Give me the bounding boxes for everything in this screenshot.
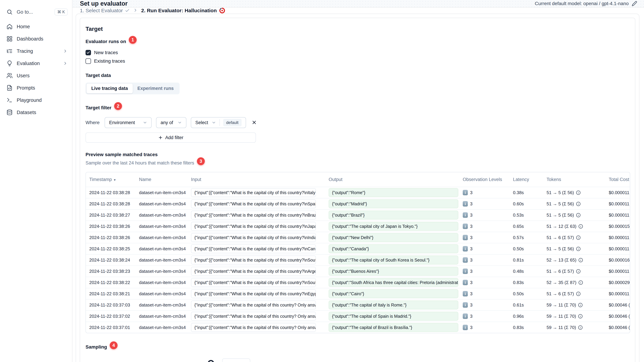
output-json-box[interactable]: {"output":"Buenos Aires"} bbox=[329, 267, 458, 276]
column-header-input[interactable]: Input bbox=[188, 177, 323, 182]
table-row[interactable]: 2024-11-22 03:38:28 dataset-run-item-cm3… bbox=[86, 198, 630, 209]
cell-input: {"input":[{"content":"What is the capita… bbox=[188, 267, 323, 276]
tab-experiment-runs[interactable]: Experiment runs bbox=[133, 84, 178, 93]
sidebar-item-dashboards[interactable]: Dashboards bbox=[6, 33, 68, 45]
sidebar-item-label: Evaluation bbox=[17, 61, 59, 66]
input-json-box[interactable]: {"input":[{"content":"What is the capita… bbox=[191, 301, 316, 309]
output-json-box[interactable]: {"output":"The capital of Brazil is Bras… bbox=[329, 323, 458, 332]
info-icon[interactable] bbox=[576, 235, 580, 240]
remove-filter-button[interactable] bbox=[250, 119, 258, 127]
output-json-box[interactable]: {"output":"South Africa has three capita… bbox=[329, 278, 458, 287]
sidebar-item-users[interactable]: Users bbox=[6, 69, 68, 82]
input-json-box[interactable]: {"input":[{"content":"What is the capita… bbox=[191, 188, 316, 197]
table-row[interactable]: 2024-11-22 03:37:02 dataset-run-item-cm3… bbox=[86, 310, 630, 322]
info-icon[interactable] bbox=[578, 314, 583, 319]
column-header-latency[interactable]: Latency bbox=[510, 177, 543, 182]
output-json-box[interactable]: {"output":"The capital city of South Kor… bbox=[329, 256, 458, 264]
output-json-box[interactable]: {"output":"The capital of Italy is Rome.… bbox=[329, 301, 458, 309]
table-row[interactable]: 2024-11-22 03:38:26 dataset-run-item-cm3… bbox=[86, 232, 630, 243]
table-row[interactable]: 2024-11-22 03:38:21 dataset-run-item-cm3… bbox=[86, 288, 630, 299]
filter-operator-select[interactable]: any of bbox=[156, 117, 186, 128]
tab-live-tracing-data[interactable]: Live tracing data bbox=[86, 84, 133, 93]
cell-tokens: 51 → 5 (Σ 56) bbox=[543, 246, 605, 252]
input-json-box[interactable]: {"input":[{"content":"What is the capita… bbox=[191, 256, 316, 264]
table-row[interactable]: 2024-11-22 03:38:25 dataset-run-item-cm3… bbox=[86, 243, 630, 254]
table-row[interactable]: 2024-11-22 03:37:03 dataset-run-item-cm3… bbox=[86, 299, 630, 310]
info-icon[interactable] bbox=[578, 303, 583, 307]
input-json-box[interactable]: {"input":[{"content":"What is the capita… bbox=[191, 312, 316, 321]
input-json-box[interactable]: {"input":[{"content":"What is the capita… bbox=[191, 199, 316, 208]
input-json-box[interactable]: {"input":[{"content":"What is the capita… bbox=[191, 289, 316, 298]
column-header-output[interactable]: Output bbox=[323, 177, 459, 182]
column-header-timestamp[interactable]: Timestamp▼ bbox=[86, 177, 136, 182]
output-json-box[interactable]: {"output":"Canada"} bbox=[329, 244, 458, 253]
info-icon[interactable] bbox=[578, 258, 583, 262]
table-row[interactable]: 2024-11-22 03:37:01 dataset-run-item-cm3… bbox=[86, 322, 630, 333]
info-icon[interactable] bbox=[578, 280, 583, 285]
sidebar-item-prompts[interactable]: Prompts bbox=[6, 82, 68, 94]
breadcrumb-step-1[interactable]: 1. Select Evaluator bbox=[80, 8, 130, 13]
info-icon[interactable] bbox=[576, 269, 580, 274]
goto-search[interactable]: Go to... ⌘ K bbox=[6, 6, 68, 18]
sampling-percent-input[interactable] bbox=[222, 359, 250, 362]
default-model-label: Current default model: openai / gpt-4.1-… bbox=[535, 1, 629, 6]
output-json-box[interactable]: {"output":"Brazil"} bbox=[329, 211, 458, 220]
input-json-box[interactable]: {"input":[{"content":"What is the capita… bbox=[191, 244, 316, 253]
output-json-box[interactable]: {"output":"The capital of Spain is Madri… bbox=[329, 312, 458, 321]
output-json-box[interactable]: {"output":"Cairo"} bbox=[329, 289, 458, 298]
sidebar-item-evaluation[interactable]: Evaluation bbox=[6, 57, 68, 69]
token-usage-text: 51 → 6 (Σ 57) bbox=[546, 269, 574, 274]
info-icon[interactable] bbox=[578, 325, 583, 330]
table-row[interactable]: 2024-11-22 03:38:27 dataset-run-item-cm3… bbox=[86, 209, 630, 221]
info-icon[interactable] bbox=[576, 213, 580, 217]
checkbox-existing-traces[interactable]: Existing traces bbox=[86, 58, 630, 64]
token-usage-text: 51 → 6 (Σ 57) bbox=[546, 235, 574, 240]
table-row[interactable]: 2024-11-22 03:38:23 dataset-run-item-cm3… bbox=[86, 266, 630, 277]
evaluator-logo-icon bbox=[219, 7, 225, 14]
input-json-box[interactable]: {"input":[{"content":"What is the capita… bbox=[191, 233, 316, 242]
info-icon[interactable] bbox=[576, 190, 580, 195]
sidebar-item-home[interactable]: Home bbox=[6, 20, 68, 33]
filter-column-select[interactable]: Environment bbox=[104, 117, 152, 128]
main-area: Set up evaluator Current default model: … bbox=[72, 0, 644, 362]
info-icon[interactable] bbox=[578, 224, 583, 229]
input-json-box[interactable]: {"input":[{"content":"What is the capita… bbox=[191, 211, 316, 220]
close-icon bbox=[252, 120, 257, 125]
output-json-box[interactable]: {"output":"The capital city of Japan is … bbox=[329, 222, 458, 231]
input-json-box[interactable]: {"input":[{"content":"What is the capita… bbox=[191, 323, 316, 332]
sidebar-item-tracing[interactable]: Tracing bbox=[6, 45, 68, 57]
output-json-box[interactable]: {"output":"Madrid"} bbox=[329, 199, 458, 208]
cell-total-cost: $0.000011 ( bbox=[605, 190, 630, 195]
sidebar-item-playground[interactable]: Playground bbox=[6, 94, 68, 106]
cell-output: {"output":"Canada"} bbox=[323, 244, 459, 253]
edit-pencil-icon[interactable] bbox=[632, 1, 637, 6]
check-icon bbox=[125, 8, 130, 13]
add-filter-button[interactable]: Add filter bbox=[86, 132, 256, 143]
column-header-total-cost[interactable]: Total Cost bbox=[605, 177, 630, 182]
cell-output: {"output":"The capital of Spain is Madri… bbox=[323, 312, 459, 321]
input-json-box[interactable]: {"input":[{"content":"What is the capita… bbox=[191, 278, 316, 287]
column-header-name[interactable]: Name bbox=[136, 177, 188, 182]
cell-tokens: 51 → 6 (Σ 57) bbox=[543, 269, 605, 274]
table-row[interactable]: 2024-11-22 03:38:22 dataset-run-item-cm3… bbox=[86, 277, 630, 288]
input-json-box[interactable]: {"input":[{"content":"What is the capita… bbox=[191, 267, 316, 276]
info-icon[interactable] bbox=[576, 247, 580, 251]
cell-input: {"input":[{"content":"What is the capita… bbox=[188, 233, 323, 242]
cell-tokens: 51 → 5 (Σ 56) bbox=[543, 213, 605, 218]
observation-level-count: 3 bbox=[470, 325, 472, 330]
filter-value-select[interactable]: Select default bbox=[191, 117, 246, 128]
output-json-box[interactable]: {"output":"Rome"} bbox=[329, 188, 458, 197]
info-icon[interactable] bbox=[576, 292, 580, 296]
table-row[interactable]: 2024-11-22 03:38:24 dataset-run-item-cm3… bbox=[86, 254, 630, 266]
sidebar-item-datasets[interactable]: Datasets bbox=[6, 106, 68, 118]
output-json-box[interactable]: {"output":"New Delhi"} bbox=[329, 233, 458, 242]
table-row[interactable]: 2024-11-22 03:38:28 dataset-run-item-cm3… bbox=[86, 187, 630, 198]
column-header-observation-levels[interactable]: Observation Levels bbox=[459, 177, 510, 182]
column-header-tokens[interactable]: Tokens bbox=[543, 177, 605, 182]
checkbox-new-traces[interactable]: New traces bbox=[86, 50, 630, 55]
info-icon[interactable] bbox=[576, 202, 580, 206]
table-row[interactable]: 2024-11-22 03:38:26 dataset-run-item-cm3… bbox=[86, 221, 630, 232]
cell-output: {"output":"Cairo"} bbox=[323, 289, 459, 298]
input-json-box[interactable]: {"input":[{"content":"What is the capita… bbox=[191, 222, 316, 231]
slider-thumb[interactable] bbox=[208, 360, 214, 362]
